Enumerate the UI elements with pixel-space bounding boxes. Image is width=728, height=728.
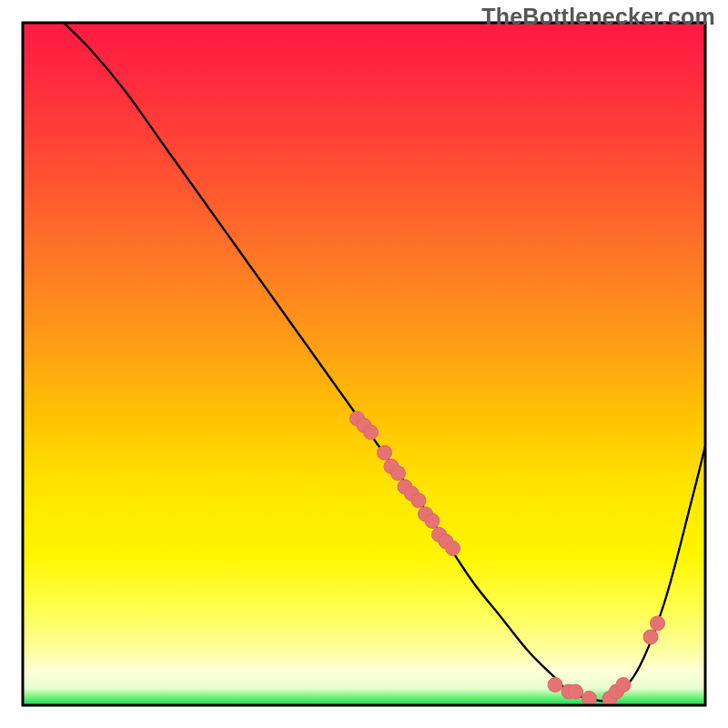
data-point bbox=[651, 616, 665, 631]
data-point bbox=[582, 692, 597, 706]
data-point bbox=[391, 466, 406, 480]
data-point bbox=[364, 425, 379, 440]
data-point bbox=[425, 514, 440, 529]
data-point bbox=[643, 630, 658, 644]
data-point bbox=[411, 493, 426, 508]
chart-svg bbox=[0, 0, 728, 728]
data-point bbox=[378, 446, 392, 460]
plot-background bbox=[23, 23, 705, 705]
data-point bbox=[446, 541, 460, 556]
data-point bbox=[616, 678, 631, 693]
chart-container: TheBottlenecker.com bbox=[0, 0, 728, 728]
data-point bbox=[569, 684, 583, 699]
data-point bbox=[548, 678, 562, 693]
watermark-label: TheBottlenecker.com bbox=[481, 4, 715, 30]
